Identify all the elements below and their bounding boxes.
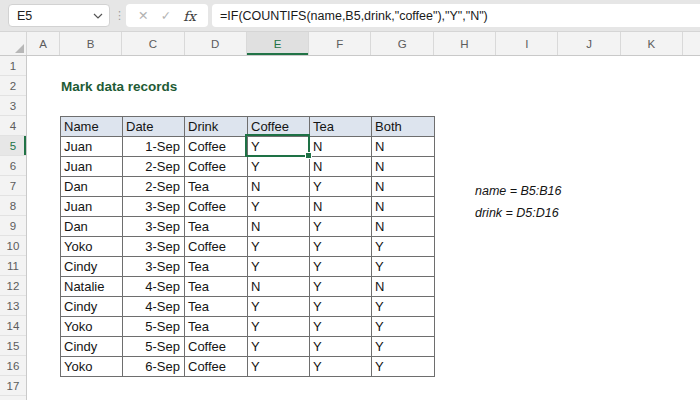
enter-icon[interactable]: ✓ [161,8,171,23]
cell-F5[interactable]: N [310,137,372,157]
cell-C15[interactable]: 5-Sep [123,337,185,357]
column-header-B[interactable]: B [60,32,122,55]
row-header-1[interactable]: 1 [0,56,26,76]
cell-D8[interactable]: Coffee [185,197,248,217]
select-all-corner[interactable] [0,32,27,55]
cell-E7[interactable]: N [248,177,310,197]
cell-G10[interactable]: Y [372,237,435,257]
cell-C10[interactable]: 3-Sep [123,237,185,257]
row-header-15[interactable]: 15 [0,336,26,356]
cell-E11[interactable]: Y [248,257,310,277]
cell-B14[interactable]: Yoko [61,317,123,337]
cell-C14[interactable]: 5-Sep [123,317,185,337]
chevron-down-icon[interactable] [87,13,109,19]
cell-E6[interactable]: Y [248,157,310,177]
cancel-icon[interactable]: ✕ [138,8,148,23]
row-header-16[interactable]: 16 [0,356,26,376]
cell-C8[interactable]: 3-Sep [123,197,185,217]
column-header-F[interactable]: F [309,32,371,55]
cell-F8[interactable]: N [310,197,372,217]
cell-C9[interactable]: 3-Sep [123,217,185,237]
cell-B12[interactable]: Natalie [61,277,123,297]
row-header-4[interactable]: 4 [0,116,26,136]
cell-B11[interactable]: Cindy [61,257,123,277]
cell-E9[interactable]: N [248,217,310,237]
cell-C16[interactable]: 6-Sep [123,357,185,377]
cell-G5[interactable]: N [372,137,435,157]
column-header-K[interactable]: K [621,32,683,55]
fill-handle[interactable] [305,152,312,159]
cell-F10[interactable]: Y [310,237,372,257]
row-header-8[interactable]: 8 [0,196,26,216]
row-header-5[interactable]: 5 [0,136,26,156]
row-header-7[interactable]: 7 [0,176,26,196]
cell-F12[interactable]: Y [310,277,372,297]
cell-G4[interactable]: Both [372,117,435,137]
cell-C12[interactable]: 4-Sep [123,277,185,297]
column-header-E[interactable]: E [247,32,309,55]
formula-input[interactable]: =IF(COUNTIFS(name,B5,drink,"coffee"),"Y"… [212,4,700,27]
cell-F9[interactable]: Y [310,217,372,237]
cell-F14[interactable]: Y [310,317,372,337]
cell-E8[interactable]: Y [248,197,310,217]
cell-D11[interactable]: Tea [185,257,248,277]
cell-B10[interactable]: Yoko [61,237,123,257]
cell-C13[interactable]: 4-Sep [123,297,185,317]
row-header-14[interactable]: 14 [0,316,26,336]
cell-D15[interactable]: Coffee [185,337,248,357]
cell-D5[interactable]: Coffee [185,137,248,157]
cell-C5[interactable]: 1-Sep [123,137,185,157]
cell-G12[interactable]: N [372,277,435,297]
cell-G15[interactable]: Y [372,337,435,357]
cell-G8[interactable]: N [372,197,435,217]
row-header-9[interactable]: 9 [0,216,26,236]
cell-C11[interactable]: 3-Sep [123,257,185,277]
cell-D13[interactable]: Tea [185,297,248,317]
cell-C7[interactable]: 2-Sep [123,177,185,197]
cell-B15[interactable]: Cindy [61,337,123,357]
column-header-I[interactable]: I [496,32,558,55]
cell-G9[interactable]: N [372,217,435,237]
column-header-G[interactable]: G [371,32,433,55]
cell-E5[interactable]: Y [248,137,310,157]
cell-B7[interactable]: Dan [61,177,123,197]
cell-B5[interactable]: Juan [61,137,123,157]
row-header-2[interactable]: 2 [0,76,26,96]
cell-F7[interactable]: Y [310,177,372,197]
cell-D12[interactable]: Tea [185,277,248,297]
row-header-10[interactable]: 10 [0,236,26,256]
cell-E10[interactable]: Y [248,237,310,257]
column-header-J[interactable]: J [558,32,620,55]
cell-D9[interactable]: Tea [185,217,248,237]
column-header-D[interactable]: D [185,32,247,55]
cell-C4[interactable]: Date [123,117,185,137]
column-header-L[interactable]: L [683,32,700,55]
name-box[interactable]: E5 [8,4,110,27]
cell-F4[interactable]: Tea [310,117,372,137]
cell-D7[interactable]: Tea [185,177,248,197]
insert-function-icon[interactable]: fx [183,8,196,24]
cell-C6[interactable]: 2-Sep [123,157,185,177]
cell-G13[interactable]: Y [372,297,435,317]
cell-E12[interactable]: N [248,277,310,297]
cell-F11[interactable]: Y [310,257,372,277]
column-header-C[interactable]: C [122,32,184,55]
cell-G14[interactable]: Y [372,317,435,337]
cell-B9[interactable]: Dan [61,217,123,237]
column-header-H[interactable]: H [434,32,496,55]
cell-D16[interactable]: Coffee [185,357,248,377]
row-header-11[interactable]: 11 [0,256,26,276]
cell-E4[interactable]: Coffee [248,117,310,137]
cell-G6[interactable]: N [372,157,435,177]
cell-B6[interactable]: Juan [61,157,123,177]
column-header-A[interactable]: A [27,32,60,55]
cell-E15[interactable]: Y [248,337,310,357]
row-header-6[interactable]: 6 [0,156,26,176]
cell-F13[interactable]: Y [310,297,372,317]
cell-G16[interactable]: Y [372,357,435,377]
cell-E14[interactable]: Y [248,317,310,337]
row-header-17[interactable]: 17 [0,376,26,396]
cell-F15[interactable]: Y [310,337,372,357]
cell-F16[interactable]: Y [310,357,372,377]
cell-D6[interactable]: Coffee [185,157,248,177]
